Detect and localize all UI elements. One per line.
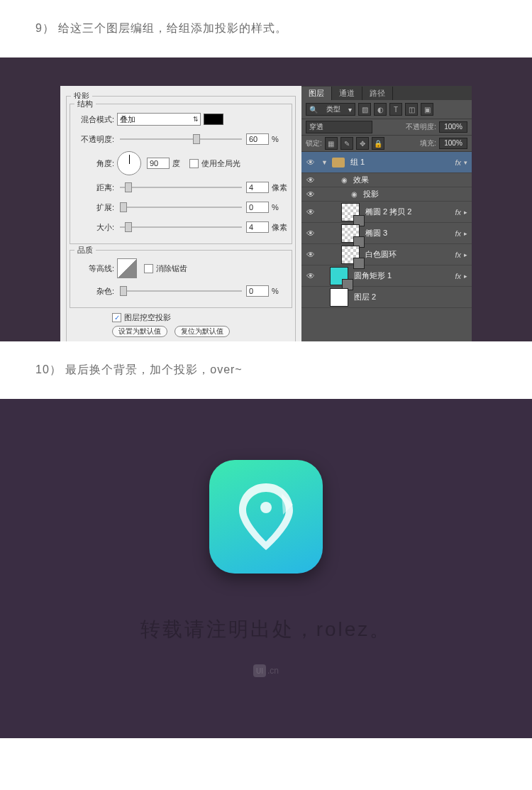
filter-adjustment-icon[interactable]: ◐ <box>374 103 387 116</box>
spread-label: 扩展: <box>73 202 114 213</box>
tab-layers[interactable]: 图层 <box>301 87 332 100</box>
visibility-icon[interactable]: 👁 <box>301 207 320 217</box>
layer-thumb <box>341 224 360 243</box>
visibility-icon[interactable]: 👁 <box>301 229 320 238</box>
fx-badge[interactable]: fx <box>455 208 461 216</box>
lock-all-icon[interactable]: 🔒 <box>372 137 384 150</box>
angle-unit: 度 <box>172 158 189 169</box>
size-input[interactable]: 4 <box>246 221 269 233</box>
filter-image-icon[interactable]: ▧ <box>358 103 371 116</box>
layer-ellipse3[interactable]: 👁 椭圆 3 fx ▸ <box>301 223 472 244</box>
filter-type-label: 类型 <box>326 104 340 114</box>
size-unit: 像素 <box>272 222 289 233</box>
visibility-icon[interactable]: 👁 <box>301 190 320 199</box>
global-light-label: 使用全局光 <box>201 158 240 169</box>
distance-slider[interactable] <box>120 182 242 192</box>
screenshot-1-container: 投影 结构 混合模式: 叠加 ⇅ 不透明度: <box>0 57 532 341</box>
layer-effects-row[interactable]: 👁 ◉ 效果 <box>301 173 472 187</box>
angle-label: 角度: <box>73 158 114 169</box>
spread-slider[interactable] <box>120 202 242 212</box>
chevron-down-icon: ▾ <box>348 106 352 114</box>
fx-disclosure-icon[interactable]: ▾ <box>464 159 467 166</box>
lock-position-icon[interactable]: ✥ <box>356 137 369 150</box>
visibility-icon[interactable]: 👁 <box>301 158 320 168</box>
layer-opacity-input[interactable]: 100% <box>439 121 467 133</box>
layer-thumb <box>330 288 348 307</box>
layer-thumb <box>330 267 348 285</box>
fx-disclosure-icon[interactable]: ▸ <box>464 209 467 216</box>
tab-channels[interactable]: 通道 <box>332 87 362 100</box>
fill-input[interactable]: 100% <box>439 138 467 149</box>
noise-unit: % <box>272 287 289 295</box>
filter-type-icon[interactable]: T <box>389 103 402 116</box>
watermark: UI .cn <box>253 664 279 677</box>
folder-icon <box>332 158 345 168</box>
layer-2[interactable]: 图层 2 <box>301 287 472 308</box>
quality-title: 品质 <box>74 245 96 256</box>
layer-name: 白色圆环 <box>365 249 455 260</box>
distance-unit: 像素 <box>272 182 289 193</box>
layer-name: 椭圆 3 <box>365 228 455 238</box>
contour-picker[interactable] <box>117 258 137 278</box>
size-slider[interactable] <box>120 222 242 232</box>
lock-pixels-icon[interactable]: ✎ <box>340 137 353 150</box>
layer-thumb <box>341 203 360 221</box>
layer-name: 组 1 <box>350 157 455 168</box>
layer-name: 图层 2 <box>354 292 472 302</box>
tab-paths[interactable]: 路径 <box>362 87 393 100</box>
filter-smart-icon[interactable]: ▣ <box>421 103 433 116</box>
layer-mode-select[interactable]: 穿透 <box>306 121 372 133</box>
antialiased-checkbox[interactable] <box>144 264 153 273</box>
layer-name: 圆角矩形 1 <box>354 270 455 281</box>
layer-filter-select[interactable]: 🔍 类型 ▾ <box>306 103 355 116</box>
knockout-label: 图层挖空投影 <box>124 312 171 323</box>
blend-mode-select[interactable]: 叠加 ⇅ <box>117 113 201 126</box>
fx-badge[interactable]: fx <box>455 251 461 259</box>
watermark-badge-icon: UI <box>253 664 266 677</box>
visibility-icon[interactable]: 👁 <box>301 271 320 281</box>
search-icon: 🔍 <box>309 106 318 114</box>
layer-white-ring[interactable]: 👁 白色圆环 fx ▸ <box>301 244 472 265</box>
fx-badge[interactable]: fx <box>455 229 461 238</box>
visibility-icon[interactable]: 👁 <box>301 175 320 185</box>
opacity-slider[interactable] <box>120 134 242 144</box>
layer-name: 椭圆 2 拷贝 2 <box>365 207 455 217</box>
noise-input[interactable]: 0 <box>246 285 269 297</box>
layer-group-1[interactable]: 👁 ▼ 组 1 fx ▾ <box>301 152 472 173</box>
visibility-icon[interactable]: 👁 <box>301 250 320 260</box>
reset-default-button[interactable]: 复位为默认值 <box>174 326 230 337</box>
step-9-text: 9） 给这三个图层编组，给组添加投影的样式。 <box>0 0 532 57</box>
opacity-unit: % <box>272 135 289 143</box>
layer-shadow-effect[interactable]: 👁 ◉ 投影 <box>301 187 472 202</box>
svg-point-0 <box>260 502 272 513</box>
distance-label: 距离: <box>73 182 114 193</box>
set-default-button[interactable]: 设置为默认值 <box>112 326 167 337</box>
opacity-input[interactable]: 60 <box>246 133 269 145</box>
antialiased-label: 消除锯齿 <box>156 263 187 274</box>
noise-slider[interactable] <box>120 286 242 296</box>
effects-label: 效果 <box>353 175 472 185</box>
global-light-checkbox[interactable] <box>189 159 199 168</box>
bullet-icon: ◉ <box>351 190 358 198</box>
size-label: 大小: <box>73 222 114 233</box>
angle-input[interactable]: 90 <box>147 158 170 169</box>
fx-badge[interactable]: fx <box>455 158 461 167</box>
fx-disclosure-icon[interactable]: ▸ <box>464 251 467 258</box>
fx-badge[interactable]: fx <box>455 272 461 280</box>
app-icon <box>209 460 323 574</box>
layer-round-rect[interactable]: 👁 圆角矩形 1 fx ▸ <box>301 265 472 287</box>
spread-input[interactable]: 0 <box>246 202 269 213</box>
spread-unit: % <box>272 203 289 212</box>
fx-disclosure-icon[interactable]: ▸ <box>464 230 467 237</box>
layer-ellipse-copy[interactable]: 👁 椭圆 2 拷贝 2 fx ▸ <box>301 202 472 223</box>
angle-dial[interactable] <box>117 151 141 175</box>
fill-label: 填充: <box>420 138 436 148</box>
fx-disclosure-icon[interactable]: ▸ <box>464 273 467 280</box>
blend-mode-value: 叠加 <box>120 114 135 125</box>
lock-transparency-icon[interactable]: ▦ <box>325 137 338 150</box>
filter-shape-icon[interactable]: ◫ <box>405 103 418 116</box>
shadow-color-swatch[interactable] <box>204 114 223 125</box>
distance-input[interactable]: 4 <box>246 182 269 193</box>
disclosure-triangle-icon[interactable]: ▼ <box>321 159 328 166</box>
knockout-checkbox[interactable]: ✓ <box>112 313 121 322</box>
